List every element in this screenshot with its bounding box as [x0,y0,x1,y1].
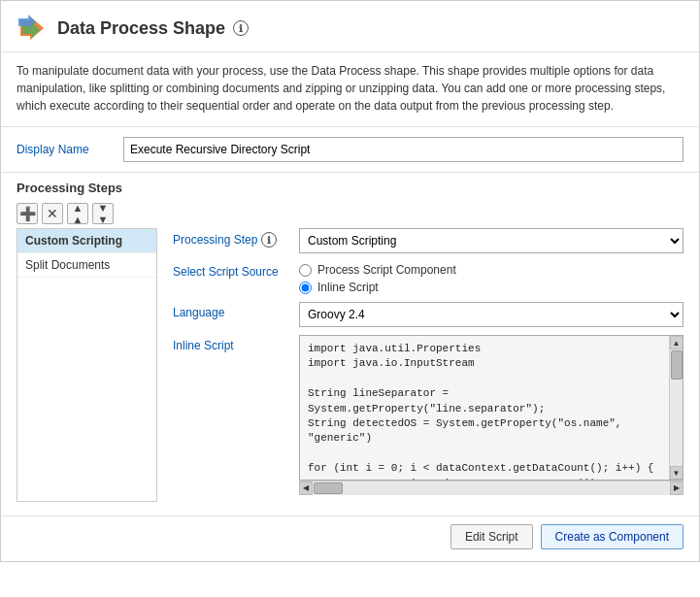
language-label: Language [173,302,299,319]
move-down-button[interactable]: ▼▼ [92,203,114,224]
inline-script-content: import java.util.Properties import java.… [299,335,683,494]
main-content: Custom Scripting Split Documents Process… [1,228,699,510]
display-name-row: Display Name [1,127,699,172]
language-row: Language Groovy 2.4 Groovy 1.8 JavaScrip… [173,302,683,327]
horizontal-scrollbar[interactable]: ◀ ▶ [299,481,683,494]
scroll-left-arrow[interactable]: ◀ [299,481,313,495]
inline-script-row: Inline Script import java.util.Propertie… [173,335,683,494]
script-area-wrapper: import java.util.Properties import java.… [299,335,683,481]
dialog: Data Process Shape ℹ To manipulate docum… [0,0,700,562]
scroll-down-arrow[interactable]: ▼ [670,466,683,480]
header: Data Process Shape ℹ [1,1,699,52]
scroll-h-track [313,481,670,495]
inline-script-label: Inline Script [173,335,299,352]
select-script-source-content: Process Script Component Inline Script [299,261,683,294]
edit-script-button[interactable]: Edit Script [450,524,533,549]
radio-inline-script[interactable]: Inline Script [299,281,683,294]
processing-step-select[interactable]: Custom Scripting Split Documents Combine… [299,228,683,253]
data-process-shape-icon [17,13,48,44]
right-panel: Processing Step ℹ Custom Scripting Split… [157,228,683,502]
left-item-custom-scripting[interactable]: Custom Scripting [17,229,156,253]
radio-inline-script-input[interactable] [299,282,312,294]
move-up-button[interactable]: ▲▲ [67,203,88,224]
language-content: Groovy 2.4 Groovy 1.8 JavaScript [299,302,683,327]
scroll-thumb[interactable] [671,350,683,380]
left-item-split-documents[interactable]: Split Documents [17,253,156,278]
dialog-title: Data Process Shape [57,18,225,39]
processing-step-label: Processing Step ℹ [173,228,299,248]
display-name-input[interactable] [123,137,683,162]
scroll-up-arrow[interactable]: ▲ [670,336,683,349]
scroll-h-thumb[interactable] [314,482,343,494]
create-as-component-button[interactable]: Create as Component [541,524,683,549]
processing-step-row: Processing Step ℹ Custom Scripting Split… [173,228,683,253]
left-panel: Custom Scripting Split Documents [17,228,157,502]
display-name-label: Display Name [17,143,123,156]
add-step-button[interactable]: ➕ [17,203,38,224]
processing-step-content: Custom Scripting Split Documents Combine… [299,228,683,253]
radio-process-script-component[interactable]: Process Script Component [299,263,683,277]
description-text: To manipulate document data with your pr… [1,52,699,127]
scroll-track [670,349,683,466]
radio-process-script-component-input[interactable] [299,264,312,277]
header-info-icon[interactable]: ℹ [233,20,249,36]
processing-steps-toolbar: ➕ ✕ ▲▲ ▼▼ [1,199,699,228]
vertical-scrollbar[interactable]: ▲ ▼ [669,336,683,480]
inline-script-textarea[interactable]: import java.util.Properties import java.… [300,336,669,480]
processing-steps-title: Processing Steps [1,172,699,199]
language-select[interactable]: Groovy 2.4 Groovy 1.8 JavaScript [299,302,683,327]
select-script-source-row: Select Script Source Process Script Comp… [173,261,683,294]
select-script-source-label: Select Script Source [173,261,299,279]
buttons-row: Edit Script Create as Component [1,515,699,561]
remove-step-button[interactable]: ✕ [42,203,63,224]
processing-step-info-icon[interactable]: ℹ [261,232,277,248]
scroll-right-arrow[interactable]: ▶ [670,481,683,495]
